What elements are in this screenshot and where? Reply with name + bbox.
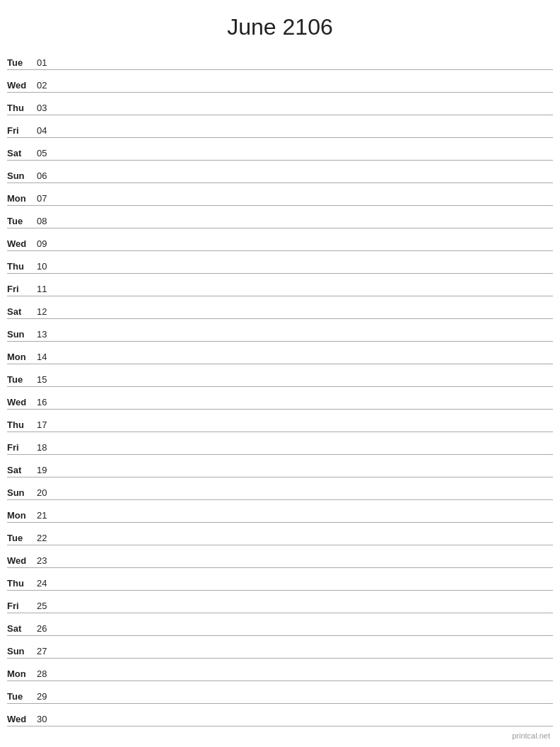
day-number: 04 xyxy=(37,125,57,136)
day-row: Thu03 xyxy=(7,93,553,115)
day-name: Tue xyxy=(7,533,37,543)
day-name: Fri xyxy=(7,125,37,136)
day-name: Sun xyxy=(7,487,37,498)
day-name: Fri xyxy=(7,601,37,611)
day-number: 21 xyxy=(37,510,57,521)
day-name: Wed xyxy=(7,80,37,91)
day-name: Mon xyxy=(7,510,37,521)
day-row: Wed02 xyxy=(7,70,553,93)
day-row: Mon28 xyxy=(7,659,553,681)
day-row: Tue29 xyxy=(7,681,553,704)
day-row: Tue08 xyxy=(7,206,553,228)
day-row: Tue01 xyxy=(7,47,553,70)
day-name: Sun xyxy=(7,170,37,181)
day-row: Tue22 xyxy=(7,523,553,545)
day-row: Sun20 xyxy=(7,477,553,500)
day-row: Sat19 xyxy=(7,455,553,477)
day-row: Fri25 xyxy=(7,591,553,613)
page-title: June 2106 xyxy=(0,0,560,47)
day-name: Wed xyxy=(7,714,37,724)
day-number: 24 xyxy=(37,578,57,589)
day-number: 15 xyxy=(37,374,57,385)
day-row: Sat26 xyxy=(7,613,553,636)
day-number: 08 xyxy=(37,216,57,226)
day-name: Sat xyxy=(7,623,37,634)
day-row: Sun27 xyxy=(7,636,553,659)
day-number: 03 xyxy=(37,103,57,113)
day-row: Wed23 xyxy=(7,545,553,568)
watermark: printcal.net xyxy=(512,731,550,740)
day-row: Fri04 xyxy=(7,115,553,138)
day-name: Wed xyxy=(7,555,37,566)
day-name: Fri xyxy=(7,284,37,294)
day-name: Sat xyxy=(7,465,37,475)
day-number: 28 xyxy=(37,668,57,679)
day-number: 02 xyxy=(37,80,57,91)
day-number: 23 xyxy=(37,555,57,566)
day-number: 13 xyxy=(37,329,57,340)
day-name: Sat xyxy=(7,148,37,158)
day-name: Thu xyxy=(7,419,37,430)
day-number: 10 xyxy=(37,261,57,272)
day-name: Mon xyxy=(7,668,37,679)
day-row: Fri11 xyxy=(7,274,553,296)
day-number: 18 xyxy=(37,442,57,453)
day-row: Thu24 xyxy=(7,568,553,591)
day-number: 26 xyxy=(37,623,57,634)
day-name: Thu xyxy=(7,578,37,589)
day-name: Sun xyxy=(7,646,37,656)
day-number: 07 xyxy=(37,193,57,204)
day-row: Sun06 xyxy=(7,161,553,183)
day-name: Wed xyxy=(7,397,37,407)
day-number: 20 xyxy=(37,487,57,498)
day-number: 25 xyxy=(37,601,57,611)
day-number: 17 xyxy=(37,419,57,430)
day-number: 30 xyxy=(37,714,57,724)
day-number: 14 xyxy=(37,352,57,362)
day-row: Thu17 xyxy=(7,410,553,432)
day-number: 01 xyxy=(37,57,57,68)
day-name: Thu xyxy=(7,261,37,272)
day-name: Wed xyxy=(7,238,37,249)
day-row: Mon14 xyxy=(7,342,553,364)
calendar-grid: Tue01Wed02Thu03Fri04Sat05Sun06Mon07Tue08… xyxy=(0,47,560,726)
day-number: 09 xyxy=(37,238,57,249)
day-row: Sun13 xyxy=(7,319,553,342)
day-row: Wed09 xyxy=(7,228,553,251)
day-number: 27 xyxy=(37,646,57,656)
day-row: Fri18 xyxy=(7,432,553,455)
day-number: 11 xyxy=(37,284,57,294)
day-name: Fri xyxy=(7,442,37,453)
day-name: Tue xyxy=(7,691,37,702)
day-name: Mon xyxy=(7,352,37,362)
day-number: 16 xyxy=(37,397,57,407)
day-number: 12 xyxy=(37,306,57,317)
day-row: Mon07 xyxy=(7,183,553,206)
day-row: Wed30 xyxy=(7,704,553,726)
day-row: Mon21 xyxy=(7,500,553,523)
day-number: 05 xyxy=(37,148,57,158)
day-row: Tue15 xyxy=(7,364,553,387)
day-row: Wed16 xyxy=(7,387,553,410)
day-name: Mon xyxy=(7,193,37,204)
day-name: Sat xyxy=(7,306,37,317)
day-number: 22 xyxy=(37,533,57,543)
day-row: Sat05 xyxy=(7,138,553,161)
day-name: Tue xyxy=(7,374,37,385)
day-row: Sat12 xyxy=(7,296,553,319)
day-number: 19 xyxy=(37,465,57,475)
day-name: Tue xyxy=(7,57,37,68)
day-number: 29 xyxy=(37,691,57,702)
day-row: Thu10 xyxy=(7,251,553,274)
day-name: Thu xyxy=(7,103,37,113)
day-name: Tue xyxy=(7,216,37,226)
day-name: Sun xyxy=(7,329,37,340)
day-number: 06 xyxy=(37,170,57,181)
